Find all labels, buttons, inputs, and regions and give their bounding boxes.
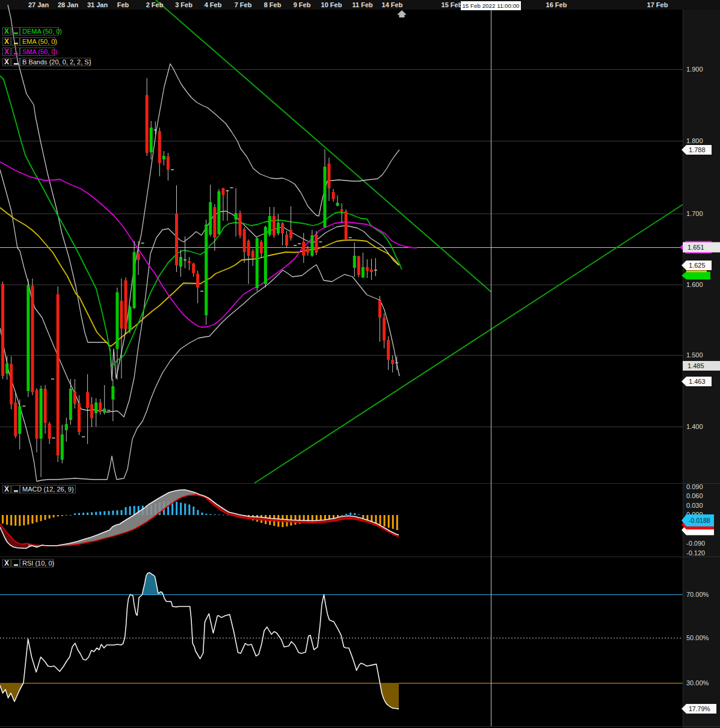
svg-text:1.400: 1.400 — [686, 423, 703, 430]
svg-text:Feb: Feb — [117, 1, 129, 8]
svg-text:0.060: 0.060 — [686, 492, 703, 499]
svg-text:0.090: 0.090 — [686, 483, 703, 490]
svg-text:50.00%: 50.00% — [686, 634, 709, 641]
svg-text:X: X — [4, 559, 9, 567]
svg-text:2 Feb: 2 Feb — [146, 1, 164, 8]
svg-text:15 Feb: 15 Feb — [442, 1, 463, 8]
svg-text:X: X — [4, 37, 9, 46]
svg-text:EMA (50, 0): EMA (50, 0) — [22, 38, 57, 45]
svg-text:DEMA (50, 0): DEMA (50, 0) — [22, 28, 62, 35]
svg-text:-0.120: -0.120 — [686, 549, 705, 557]
svg-text:RSI (10, 0): RSI (10, 0) — [22, 560, 54, 567]
svg-text:1.900: 1.900 — [686, 66, 703, 73]
svg-text:1.485: 1.485 — [688, 362, 704, 369]
svg-text:SMA (50, 0): SMA (50, 0) — [22, 48, 57, 55]
svg-text:4 Feb: 4 Feb — [205, 1, 222, 8]
svg-text:1.788: 1.788 — [689, 146, 706, 153]
svg-text:1.651: 1.651 — [688, 244, 704, 251]
svg-text:27 Jan: 27 Jan — [28, 1, 49, 8]
svg-text:X: X — [4, 58, 9, 66]
svg-text:31 Jan: 31 Jan — [87, 1, 108, 8]
svg-text:-0.0188: -0.0188 — [689, 517, 710, 524]
svg-text:11 Feb: 11 Feb — [352, 1, 374, 8]
svg-text:B Bands (20, 0, 2, 2, S): B Bands (20, 0, 2, 2, S) — [22, 58, 91, 66]
svg-text:15 Feb 2022 11:00:00: 15 Feb 2022 11:00:00 — [462, 2, 520, 9]
svg-text:17 Feb: 17 Feb — [647, 1, 668, 8]
svg-text:1.600: 1.600 — [686, 281, 703, 288]
svg-text:-0.090: -0.090 — [686, 540, 705, 547]
svg-text:70.00%: 70.00% — [686, 591, 709, 598]
svg-text:30.00%: 30.00% — [686, 679, 709, 686]
svg-text:1.625: 1.625 — [689, 262, 706, 269]
svg-text:1.500: 1.500 — [686, 351, 703, 359]
svg-text:X: X — [4, 485, 9, 493]
svg-text:3 Feb: 3 Feb — [175, 1, 192, 8]
svg-text:16 Feb: 16 Feb — [546, 1, 567, 8]
svg-text:17.79%: 17.79% — [689, 705, 710, 712]
svg-text:28 Jan: 28 Jan — [58, 1, 79, 8]
svg-text:7 Feb: 7 Feb — [235, 1, 252, 8]
svg-text:0.030: 0.030 — [686, 502, 703, 509]
svg-text:X: X — [4, 27, 9, 35]
svg-text:MACD (12, 26, 9): MACD (12, 26, 9) — [22, 486, 74, 493]
svg-text:9 Feb: 9 Feb — [294, 1, 311, 8]
svg-text:X: X — [4, 48, 9, 56]
svg-text:1.463: 1.463 — [689, 378, 706, 385]
svg-text:10 Feb: 10 Feb — [321, 1, 342, 8]
svg-text:1.800: 1.800 — [686, 137, 703, 144]
svg-text:8 Feb: 8 Feb — [264, 1, 282, 8]
svg-text:14 Feb: 14 Feb — [382, 1, 403, 8]
svg-text:1.700: 1.700 — [686, 210, 703, 217]
